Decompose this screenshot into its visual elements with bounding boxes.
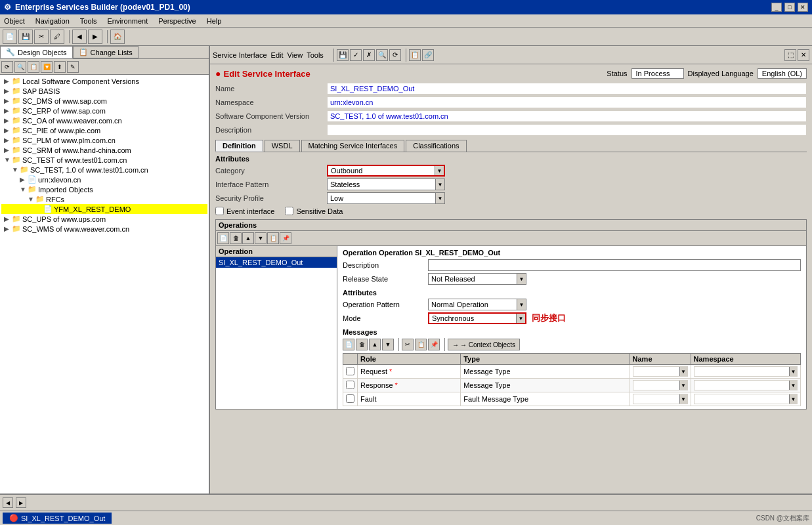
tree-btn-2[interactable]: 🔍: [14, 61, 26, 73]
msg-btn-copy[interactable]: 📋: [415, 339, 427, 350]
toolbar-btn-home[interactable]: 🏠: [110, 30, 125, 44]
row-check-fault[interactable]: [346, 394, 354, 403]
table-row[interactable]: Response * Message Type ▼: [343, 379, 801, 392]
table-row[interactable]: Fault Fault Message Type ▼: [343, 392, 801, 406]
msg-btn-cut[interactable]: ✂: [402, 339, 414, 350]
rt-btn-5[interactable]: ⟳: [389, 49, 401, 61]
tab-design-objects[interactable]: 🔧 Design Objects: [0, 46, 73, 58]
event-interface-checkbox[interactable]: [215, 207, 224, 215]
tree-item-sap-basis[interactable]: ▶ 📁 SAP BASIS: [1, 86, 207, 96]
menu-navigation[interactable]: Navigation: [34, 17, 71, 25]
tree-item-ups[interactable]: ▶ 📁 SC_UPS of www.ups.com: [1, 214, 207, 224]
rt-btn-4[interactable]: 🔍: [376, 49, 388, 61]
tree-item-yfm[interactable]: 📄 YFM_XL_REST_DEMO: [1, 204, 207, 214]
description-input[interactable]: [327, 124, 807, 136]
nav-btn-scroll-right[interactable]: ▶: [16, 497, 26, 508]
tools-menu[interactable]: Tools: [307, 51, 324, 59]
menu-perspective[interactable]: Perspective: [157, 17, 197, 25]
ops-btn-up[interactable]: ▲: [242, 232, 254, 244]
software-input[interactable]: [327, 110, 807, 122]
toolbar-btn-4[interactable]: 🖊: [50, 30, 64, 44]
edit-menu[interactable]: Edit: [271, 51, 284, 59]
tab-wsdl[interactable]: WSDL: [265, 140, 300, 152]
category-dropdown-btn[interactable]: ▼: [435, 166, 444, 175]
ops-btn-down[interactable]: ▼: [255, 232, 267, 244]
tree-item-sc-test[interactable]: ▼ 📁 SC_TEST of www.test01.com.cn: [1, 155, 207, 165]
tree-item-dms[interactable]: ▶ 📁 SC_DMS of www.sap.com: [1, 96, 207, 106]
minimize-button[interactable]: _: [771, 3, 782, 12]
msg-btn-paste[interactable]: 📌: [428, 339, 440, 350]
tree-item-pie[interactable]: ▶ 📁 SC_PIE of www.pie.com: [1, 125, 207, 135]
msg-btn-down[interactable]: ▼: [382, 339, 394, 350]
rt-btn-3[interactable]: ✗: [363, 49, 375, 61]
name-response-btn[interactable]: ▼: [679, 381, 687, 390]
service-interface-menu[interactable]: Service Interface: [213, 51, 267, 59]
tree-item-sc-test-version[interactable]: ▼ 📁 SC_TEST, 1.0 of www.test01.com.cn: [1, 165, 207, 175]
tree-item-local[interactable]: ▶ 📁 Local Software Component Versions: [1, 76, 207, 86]
tree-item-oa[interactable]: ▶ 📁 SC_OA of www.weaver.com.cn: [1, 116, 207, 125]
tree-btn-3[interactable]: 📋: [28, 61, 39, 73]
ops-description-input[interactable]: [428, 259, 801, 271]
tab-matching[interactable]: Matching Service Interfaces: [301, 140, 405, 152]
rt-btn-2[interactable]: ✓: [350, 49, 362, 61]
toolbar-btn-forward[interactable]: ▶: [88, 30, 102, 44]
ops-btn-copy[interactable]: 📋: [267, 232, 279, 244]
name-fault-btn[interactable]: ▼: [679, 394, 687, 404]
operation-pattern-btn[interactable]: ▼: [517, 299, 526, 310]
mode-btn[interactable]: ▼: [516, 314, 525, 323]
msg-btn-up[interactable]: ▲: [369, 339, 381, 350]
tree-btn-5[interactable]: ⬆: [54, 61, 66, 73]
tree-item-rfcs[interactable]: ▼ 📁 RFCs: [1, 194, 207, 204]
close-button[interactable]: ✕: [798, 3, 808, 12]
tree-btn-6[interactable]: ✎: [67, 61, 79, 73]
tree-item-wms[interactable]: ▶ 📁 SC_WMS of www.weaver.com.cn: [1, 224, 207, 234]
menu-environment[interactable]: Environment: [106, 17, 149, 25]
ns-request-btn[interactable]: ▼: [789, 367, 797, 376]
menu-help[interactable]: Help: [205, 17, 223, 25]
rt-btn-expand[interactable]: ⬚: [784, 49, 796, 61]
menu-object[interactable]: Object: [3, 17, 26, 25]
maximize-button[interactable]: □: [784, 3, 795, 12]
ops-btn-paste[interactable]: 📌: [280, 232, 291, 244]
operation-pattern-dropdown[interactable]: Normal Operation ▼: [428, 299, 526, 310]
tree-item-imported[interactable]: ▼ 📁 Imported Objects: [1, 184, 207, 194]
toolbar-btn-1[interactable]: 📄: [3, 30, 17, 44]
tab-change-lists[interactable]: 📋 Change Lists: [73, 46, 139, 58]
rt-btn-close[interactable]: ✕: [798, 49, 809, 61]
ops-list-item-1[interactable]: SI_XL_REST_DEMO_Out: [216, 257, 337, 268]
name-input[interactable]: [327, 83, 807, 94]
tree-btn-4[interactable]: 🔽: [41, 61, 53, 73]
row-check-request[interactable]: [346, 367, 354, 375]
toolbar-btn-2[interactable]: 💾: [18, 30, 33, 44]
security-profile-dropdown-btn[interactable]: ▼: [435, 193, 444, 203]
context-objects-btn[interactable]: → → Context Objects: [448, 339, 520, 350]
view-menu[interactable]: View: [288, 51, 303, 59]
ns-fault-btn[interactable]: ▼: [789, 394, 797, 404]
name-request-btn[interactable]: ▼: [679, 367, 687, 376]
category-dropdown[interactable]: Outbound ▼: [327, 165, 445, 177]
release-state-dropdown[interactable]: Not Released ▼: [428, 273, 526, 285]
window-controls[interactable]: _ □ ✕: [771, 3, 808, 12]
rt-btn-6[interactable]: 📋: [409, 49, 421, 61]
toolbar-btn-3[interactable]: ✂: [34, 30, 49, 44]
toolbar-btn-back[interactable]: ◀: [72, 30, 87, 44]
ops-btn-delete[interactable]: 🗑: [230, 232, 242, 244]
tree-btn-1[interactable]: ⟳: [1, 61, 13, 73]
interface-pattern-dropdown-btn[interactable]: ▼: [435, 179, 444, 190]
tree-item-erp[interactable]: ▶ 📁 SC_ERP of www.sap.com: [1, 106, 207, 116]
release-state-btn[interactable]: ▼: [517, 274, 526, 284]
tree-item-urn[interactable]: ▶ 📄 urn:xlevon.cn: [1, 175, 207, 184]
sensitive-data-checkbox[interactable]: [285, 207, 293, 215]
table-row[interactable]: Request * Message Type ▼: [343, 365, 801, 379]
row-check-response[interactable]: [346, 381, 354, 389]
menu-tools[interactable]: Tools: [79, 17, 98, 25]
status-active-tab[interactable]: 🔴 SI_XL_REST_DEMO_Out: [3, 513, 112, 524]
mode-dropdown[interactable]: Synchronous ▼: [428, 312, 526, 324]
msg-btn-2[interactable]: 🗑: [356, 339, 368, 350]
tab-definition[interactable]: Definition: [215, 140, 263, 152]
tree-item-srm[interactable]: ▶ 📁 SC_SRM of www.hand-china.com: [1, 145, 207, 155]
ops-btn-add[interactable]: 📄: [217, 232, 229, 244]
interface-pattern-dropdown[interactable]: Stateless ▼: [327, 178, 445, 190]
security-profile-dropdown[interactable]: Low ▼: [327, 192, 445, 204]
rt-btn-1[interactable]: 💾: [337, 49, 349, 61]
